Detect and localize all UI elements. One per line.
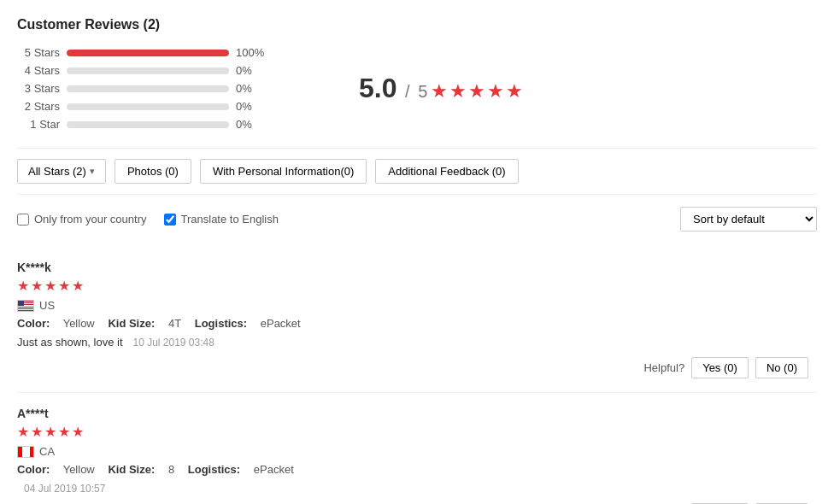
overall-stars: ★ ★ ★ ★ ★	[431, 80, 523, 103]
page-title: Customer Reviews (2)	[17, 17, 817, 32]
filter-buttons-row: All Stars (2) ▾ Photos (0) With Personal…	[17, 148, 817, 195]
bar-fill-1	[67, 50, 229, 56]
reviewer-name: K****k	[17, 261, 817, 274]
star-bar-row-4: 2 Stars 0%	[17, 100, 291, 113]
score-out-of: 5	[418, 82, 427, 102]
logistics-meta: Logistics: ePacket	[195, 317, 301, 330]
star-bar-row-2: 4 Stars 0%	[17, 64, 291, 77]
review-star-icon: ★	[44, 278, 56, 294]
review-star-icon: ★	[31, 278, 43, 294]
review-star-icon: ★	[58, 278, 70, 294]
kidsize-meta: Kid Size: 8	[108, 463, 174, 476]
color-meta: Color: Yellow	[17, 317, 95, 330]
bar-bg-2	[67, 67, 229, 74]
no-button[interactable]: No (0)	[755, 357, 808, 378]
country-code: US	[39, 299, 55, 312]
review-item: A****t ★★★★★ CA Color: Yellow Kid Size: …	[17, 393, 817, 504]
bar-bg-4	[67, 103, 229, 110]
review-text-row: 04 Jul 2019 10:57	[17, 481, 817, 495]
review-date: 10 Jul 2019 03:48	[132, 337, 214, 349]
review-text: Just as shown, love it	[17, 336, 123, 349]
photos-filter-button[interactable]: Photos (0)	[115, 159, 191, 184]
review-text-row: Just as shown, love it 10 Jul 2019 03:48	[17, 335, 817, 349]
review-stars: ★★★★★	[17, 278, 817, 294]
review-star-icon: ★	[17, 278, 29, 294]
flag-icon	[17, 446, 34, 458]
flag-icon	[17, 300, 34, 312]
review-star-icon: ★	[31, 424, 43, 440]
star-bar-label-5: 1 Star	[17, 118, 60, 131]
ratings-area: 5 Stars 100% 4 Stars 0% 3 Stars 0% 2 Sta…	[17, 46, 817, 131]
review-stars: ★★★★★	[17, 424, 817, 440]
options-left: Only from your country Translate to Engl…	[17, 213, 279, 226]
review-star-icon: ★	[17, 424, 29, 440]
reviews-container: Customer Reviews (2) 5 Stars 100% 4 Star…	[0, 0, 834, 504]
helpful-row: Helpful? Yes (0) No (0)	[17, 357, 817, 378]
country-row: US	[17, 299, 817, 312]
review-star-icon: ★	[58, 424, 70, 440]
star-5-icon: ★	[506, 80, 523, 103]
bar-pct-2: 0%	[236, 64, 266, 77]
options-row: Only from your country Translate to Engl…	[17, 207, 817, 231]
star-3-icon: ★	[468, 80, 485, 103]
review-star-icon: ★	[72, 278, 84, 294]
star-bar-row-3: 3 Stars 0%	[17, 82, 291, 95]
personal-info-filter-button[interactable]: With Personal Information(0)	[200, 159, 367, 184]
yes-button[interactable]: Yes (0)	[691, 357, 749, 378]
review-date: 04 Jul 2019 10:57	[24, 483, 105, 495]
review-meta: Color: Yellow Kid Size: 8 Logistics: ePa…	[17, 463, 817, 476]
reviewer-name: A****t	[17, 407, 817, 420]
star-1-icon: ★	[431, 80, 448, 103]
sort-select[interactable]: Sort by defaultMost recentMost helpful	[680, 207, 817, 231]
chevron-down-icon: ▾	[90, 166, 95, 177]
bar-pct-3: 0%	[236, 82, 266, 95]
country-filter-checkbox[interactable]	[17, 214, 29, 226]
bar-pct-1: 100%	[236, 46, 266, 59]
bar-bg-1	[67, 50, 229, 56]
country-filter-label[interactable]: Only from your country	[17, 213, 147, 226]
country-row: CA	[17, 445, 817, 458]
reviews-list: K****k ★★★★★ US Color: Yellow Kid Size: …	[17, 247, 817, 504]
star-bar-label-3: 3 Stars	[17, 82, 60, 95]
star-bar-row-1: 5 Stars 100%	[17, 46, 291, 59]
translate-checkbox[interactable]	[164, 214, 176, 226]
star-2-icon: ★	[449, 80, 467, 103]
color-meta: Color: Yellow	[17, 463, 95, 476]
bar-pct-4: 0%	[236, 100, 266, 113]
country-code: CA	[39, 445, 55, 458]
bar-bg-3	[67, 85, 229, 92]
logistics-meta: Logistics: ePacket	[188, 463, 294, 476]
all-stars-filter-button[interactable]: All Stars (2) ▾	[17, 159, 106, 184]
star-bars: 5 Stars 100% 4 Stars 0% 3 Stars 0% 2 Sta…	[17, 46, 291, 131]
review-star-icon: ★	[72, 424, 84, 440]
helpful-label: Helpful?	[643, 361, 684, 374]
overall-score: 5.0 / 5 ★ ★ ★ ★ ★	[359, 73, 523, 104]
kidsize-meta: Kid Size: 4T	[108, 317, 181, 330]
star-bar-label-1: 5 Stars	[17, 46, 60, 59]
additional-feedback-filter-button[interactable]: Additional Feedback (0)	[375, 159, 518, 184]
bar-bg-5	[67, 121, 229, 128]
star-bar-label-4: 2 Stars	[17, 100, 60, 113]
review-meta: Color: Yellow Kid Size: 4T Logistics: eP…	[17, 317, 817, 330]
score-value: 5.0	[359, 73, 396, 104]
star-4-icon: ★	[487, 80, 504, 103]
translate-label[interactable]: Translate to English	[164, 213, 279, 226]
star-bar-row-5: 1 Star 0%	[17, 118, 291, 131]
review-item: K****k ★★★★★ US Color: Yellow Kid Size: …	[17, 247, 817, 393]
bar-pct-5: 0%	[236, 118, 266, 131]
star-bar-label-2: 4 Stars	[17, 64, 60, 77]
review-star-icon: ★	[44, 424, 56, 440]
